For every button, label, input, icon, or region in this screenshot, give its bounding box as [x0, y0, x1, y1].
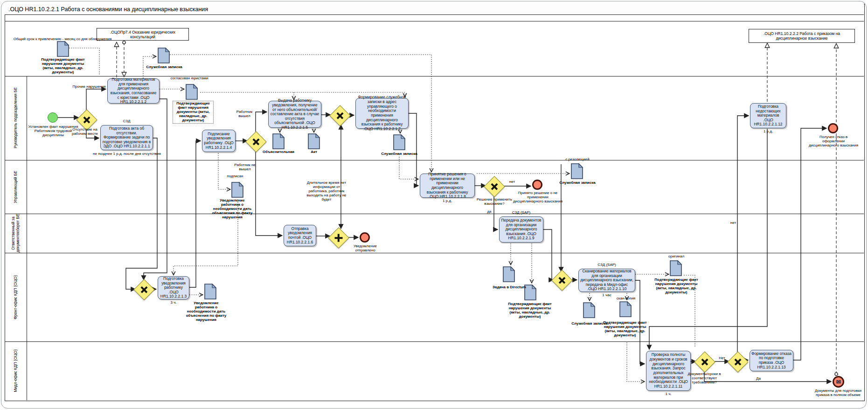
flow-label: Отсутствие на рабочем месте	[71, 128, 99, 136]
document-label: Объяснительная	[256, 150, 301, 154]
document-label: Подтверждающие факт нарушения документы …	[37, 58, 89, 75]
document-icon[interactable]	[308, 133, 320, 149]
bpmn-diagram-canvas: .ОЦО HR1.10.2.2.1 Работа с основаниями н…	[0, 0, 868, 410]
system-label: СЗД (SAP)	[578, 263, 635, 267]
flow-label: с резолюцией	[558, 158, 597, 162]
document-label: Подтверждающие факт нарушения документы …	[173, 101, 214, 124]
task-1-1[interactable]: Подготовка акта об отсутствии. Формирова…	[100, 125, 153, 150]
task-note: не позднее 1 р.д. после дня отсутствия	[91, 152, 162, 156]
task-1-2[interactable]: Подготовка материалов для применения дис…	[107, 78, 160, 104]
end-event-sent[interactable]	[360, 232, 370, 243]
document-icon[interactable]	[503, 266, 515, 282]
annotation-term: Общий срок к привлечению - месяц со дня …	[8, 37, 117, 42]
collapsed-pool-order-process[interactable]: .ОЦО HR1.10.2.2.2 Работа с приказом на д…	[749, 29, 855, 43]
document-label: Подтверждающие факт нарушения документы …	[601, 321, 649, 338]
flow-label: Работник вышел	[233, 110, 256, 118]
document-icon[interactable]	[272, 133, 285, 149]
lane-middle-office: Мидл-офис КДП (ОЦО)	[5, 341, 27, 400]
document-icon[interactable]	[231, 182, 243, 198]
annotation-long-time: Длительное время нет информации от работ…	[304, 181, 349, 202]
task-1-11[interactable]: Проверка полноты документов и сроков дис…	[646, 351, 691, 391]
document-icon[interactable]	[571, 163, 583, 179]
document-label: Акт	[297, 150, 331, 154]
document-icon[interactable]	[57, 41, 69, 57]
flow-label: подписан	[223, 174, 247, 179]
lane-ruководитель: Руководитель подразделения БЕ	[5, 76, 27, 160]
document-icon[interactable]	[393, 134, 405, 150]
flow-label: Работник не вышел	[232, 163, 257, 172]
flow-label: нет	[728, 221, 739, 225]
end-event-label: Принято решение о не применении дисципли…	[512, 191, 563, 204]
flow-label: оригинал	[658, 255, 695, 259]
task-note: 1 р.д.	[750, 130, 786, 134]
document-label: Подтверждающие факт нарушения документы …	[653, 278, 700, 295]
end-event-no-penalty[interactable]	[532, 180, 542, 190]
task-1-10[interactable]: Сканирование материалов для организации …	[578, 269, 635, 292]
flow-label: скан-копия	[606, 297, 646, 301]
task-1-8[interactable]: Принятие решения о применении или не при…	[420, 174, 475, 198]
task-1-9[interactable]: Передача документов для организации дисц…	[499, 216, 543, 243]
task-1-7[interactable]: Формирование служебной записки в адрес у…	[355, 98, 409, 129]
document-label: Уведомление работника о необходимости да…	[211, 199, 254, 220]
lane-upravlyayushchiy: Управляющий БЕ	[5, 160, 27, 214]
document-icon[interactable]	[619, 301, 632, 317]
gateway-label: Решение применить взыскание?	[470, 198, 519, 206]
document-label: Служебная записка	[376, 152, 423, 156]
message-end-event[interactable]: ✉	[833, 376, 844, 388]
document-label: Служебная записка	[553, 181, 602, 185]
flow-label: Нет	[716, 356, 728, 361]
document-icon[interactable]	[204, 284, 216, 299]
system-label: СЗД (SAP)	[499, 211, 543, 215]
flow-label: Да	[754, 377, 763, 381]
task-note: 1 р.д.	[420, 199, 475, 203]
start-event[interactable]	[48, 112, 58, 123]
document-icon[interactable]	[186, 84, 198, 100]
document-label: Задача в Directum	[485, 285, 534, 290]
flow-label: нет	[507, 180, 518, 184]
flow-label: да	[485, 210, 493, 214]
lane-front-office: Фронт-офис КДП (ОЦО)	[5, 253, 27, 341]
process-title: .ОЦО HR1.10.2.2.1 Работа с основаниями н…	[5, 4, 864, 15]
flow-label: Прочие нарушения	[68, 85, 110, 89]
task-1-13[interactable]: Формирование отказа по подготовке приказ…	[750, 350, 793, 371]
end-event-label: Уведомление отправлено	[345, 244, 385, 253]
envelope-icon: ✉	[836, 379, 840, 385]
task-note: 1 ч.	[646, 392, 691, 396]
task-1-5[interactable]: Выдача работнику уведомления, получение …	[268, 101, 321, 128]
document-label: Подтверждающие факт нарушения документы …	[507, 302, 553, 319]
end-event-label: Получен отказ в оформлении дисциплинарно…	[808, 135, 859, 148]
end-event-refusal[interactable]	[828, 123, 838, 133]
document-label: Служебная записка	[140, 65, 188, 69]
task-1-6[interactable]: Отправка уведомления почтой .ОЦО HR1.10.…	[284, 225, 316, 246]
connectors-layer	[0, 0, 868, 410]
document-icon[interactable]	[670, 260, 682, 276]
task-1-3[interactable]: Подготовка уведомления работнику .ОЦО HR…	[158, 276, 189, 299]
end-event-label: Документы для подготовки приказа в полно…	[811, 389, 866, 397]
task-1-12[interactable]: Подготовка недостающих материалов .ОЦО H…	[750, 103, 786, 128]
document-icon[interactable]	[583, 302, 595, 318]
gateway-label: Документы/сроки в соответствуют требован…	[682, 372, 727, 385]
flow-label: согласован юристами	[166, 76, 213, 81]
system-label: СЗД	[100, 119, 153, 124]
lane-otvetstvennyy: Ответственный за документооборот БЕ	[5, 214, 27, 253]
task-1-4[interactable]: Подписание уведомления работнику .ОЦО HR…	[202, 130, 236, 152]
document-icon[interactable]	[158, 48, 170, 63]
document-label: Уведомление работника о необходимости да…	[185, 301, 228, 322]
